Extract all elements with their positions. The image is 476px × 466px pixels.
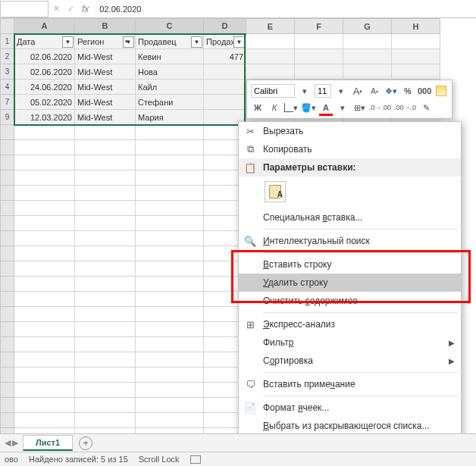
fill-color-icon[interactable]: 🪣▾ bbox=[301, 101, 316, 114]
cell[interactable] bbox=[75, 140, 136, 155]
cell[interactable] bbox=[14, 398, 75, 413]
row-header[interactable] bbox=[1, 277, 14, 292]
cell[interactable] bbox=[75, 216, 136, 231]
row-header[interactable] bbox=[1, 186, 14, 201]
row-header[interactable] bbox=[1, 322, 14, 337]
cell[interactable]: 02.06.2020 bbox=[14, 64, 75, 80]
cell[interactable] bbox=[295, 49, 343, 64]
column-header[interactable]: D bbox=[204, 19, 246, 34]
tab-next-icon[interactable]: ▶ bbox=[12, 438, 18, 448]
row-header[interactable] bbox=[1, 292, 14, 307]
column-header[interactable]: A bbox=[14, 19, 75, 34]
cell[interactable] bbox=[75, 231, 136, 246]
row-header[interactable]: 9 bbox=[1, 110, 14, 125]
font-name-input[interactable] bbox=[251, 84, 295, 98]
select-all-cell[interactable] bbox=[1, 19, 14, 34]
column-header[interactable]: F bbox=[295, 19, 343, 34]
cell[interactable] bbox=[14, 140, 75, 155]
cell[interactable] bbox=[136, 307, 204, 322]
italic-button[interactable]: К bbox=[268, 101, 281, 114]
ctx-clear-contents[interactable]: Очистить содержимое bbox=[239, 292, 461, 310]
cell[interactable] bbox=[14, 383, 75, 398]
column-header[interactable]: E bbox=[246, 19, 295, 34]
cell[interactable] bbox=[14, 337, 75, 352]
ctx-smart-lookup[interactable]: 🔍Интеллектуальный поиск bbox=[239, 232, 461, 250]
font-size-input[interactable] bbox=[315, 84, 331, 98]
column-header[interactable]: B bbox=[75, 19, 136, 34]
cell[interactable] bbox=[136, 292, 204, 307]
cancel-formula-icon[interactable]: ✕ bbox=[53, 4, 60, 14]
row-header[interactable] bbox=[1, 307, 14, 322]
bold-button[interactable]: Ж bbox=[251, 101, 265, 114]
decrease-font-icon[interactable]: A▾ bbox=[368, 84, 381, 98]
cell[interactable] bbox=[136, 352, 204, 367]
cell[interactable] bbox=[136, 186, 204, 201]
row-header[interactable]: 2 bbox=[1, 49, 14, 64]
cell[interactable] bbox=[136, 413, 204, 428]
cell[interactable] bbox=[392, 49, 440, 64]
comma-format-icon[interactable]: 000 bbox=[418, 84, 431, 98]
cell[interactable] bbox=[14, 155, 75, 170]
cell[interactable]: Кайл bbox=[136, 80, 204, 95]
accept-formula-icon[interactable]: ✓ bbox=[67, 4, 74, 14]
cell[interactable] bbox=[75, 125, 136, 140]
cell[interactable] bbox=[136, 170, 204, 186]
decrease-decimal-icon[interactable]: .00→.0 bbox=[394, 101, 416, 114]
row-header[interactable] bbox=[1, 155, 14, 170]
row-header[interactable] bbox=[1, 337, 14, 352]
row-header[interactable]: 1 bbox=[1, 34, 14, 49]
cell[interactable] bbox=[136, 322, 204, 337]
cell[interactable] bbox=[136, 246, 204, 261]
increase-decimal-icon[interactable]: .0→.00 bbox=[369, 101, 391, 114]
cell[interactable] bbox=[136, 231, 204, 246]
cell[interactable] bbox=[14, 352, 75, 367]
ctx-sort[interactable]: Сортировка▶ bbox=[239, 352, 461, 370]
cell[interactable] bbox=[75, 307, 136, 322]
cell[interactable] bbox=[136, 337, 204, 352]
cell[interactable] bbox=[392, 34, 440, 49]
cell[interactable] bbox=[75, 246, 136, 261]
cell[interactable]: Mid-West bbox=[75, 64, 136, 80]
table-header-cell[interactable]: Продавец▼ bbox=[136, 34, 204, 49]
cell[interactable]: Нова bbox=[136, 64, 204, 80]
column-header[interactable]: H bbox=[392, 19, 440, 34]
column-header[interactable]: G bbox=[343, 19, 392, 34]
cell[interactable] bbox=[14, 186, 75, 201]
cell[interactable] bbox=[14, 413, 75, 428]
cell[interactable]: Mid-West bbox=[75, 95, 136, 110]
cell[interactable] bbox=[75, 261, 136, 277]
cell[interactable] bbox=[14, 277, 75, 292]
formula-value[interactable]: 02.06.2020 bbox=[93, 5, 141, 14]
row-header[interactable]: 7 bbox=[1, 95, 14, 110]
cell[interactable] bbox=[295, 64, 343, 80]
paste-default-button[interactable] bbox=[265, 181, 286, 202]
row-header[interactable] bbox=[1, 261, 14, 277]
cell[interactable]: 477 bbox=[204, 49, 246, 64]
font-color-icon[interactable]: А bbox=[319, 101, 333, 114]
macro-record-icon[interactable] bbox=[190, 455, 201, 464]
cell[interactable] bbox=[14, 307, 75, 322]
cell[interactable] bbox=[75, 155, 136, 170]
cell[interactable]: Mid-West bbox=[75, 80, 136, 95]
row-header[interactable] bbox=[1, 367, 14, 383]
cell[interactable] bbox=[75, 398, 136, 413]
cell[interactable] bbox=[75, 337, 136, 352]
cell[interactable]: 02.06.2020 bbox=[14, 49, 75, 64]
row-header[interactable] bbox=[1, 216, 14, 231]
row-header[interactable]: 4 bbox=[1, 80, 14, 95]
table-header-cell[interactable]: Регион▾▼ bbox=[75, 34, 136, 49]
row-header[interactable] bbox=[1, 201, 14, 216]
cell[interactable] bbox=[14, 125, 75, 140]
cell[interactable] bbox=[14, 231, 75, 246]
row-header[interactable] bbox=[1, 231, 14, 246]
filter-dropdown-icon[interactable]: ▼ bbox=[191, 36, 202, 48]
cell[interactable] bbox=[136, 367, 204, 383]
cell[interactable] bbox=[136, 201, 204, 216]
row-header[interactable] bbox=[1, 352, 14, 367]
cell[interactable] bbox=[204, 95, 246, 110]
table-header-cell[interactable]: Продаж▼ bbox=[204, 34, 246, 49]
font-color-dropdown-icon[interactable]: ▾ bbox=[336, 101, 349, 114]
ctx-dropdown-pick[interactable]: Выбрать из раскрывающегося списка... bbox=[239, 417, 461, 435]
cell[interactable] bbox=[136, 216, 204, 231]
row-header[interactable] bbox=[1, 125, 14, 140]
